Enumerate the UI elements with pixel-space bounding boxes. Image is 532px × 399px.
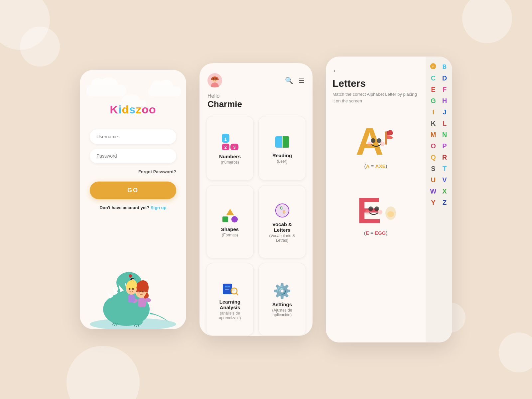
forgot-password-link[interactable]: Forgot Password?: [90, 169, 176, 174]
logo-s: s: [129, 103, 136, 116]
alpha-O[interactable]: O: [428, 141, 438, 151]
alpha-A[interactable]: 🅐: [428, 62, 438, 72]
alpha-row-cd: C D: [428, 73, 450, 83]
letter-e-card[interactable]: E (E = EGG): [332, 180, 419, 241]
alpha-Z[interactable]: Z: [440, 198, 450, 207]
letter-a-card[interactable]: A: [332, 109, 419, 174]
bg-decoration-5: [499, 332, 532, 372]
settings-card[interactable]: ⚙️ Settings (Ajustes de aplicación): [258, 263, 306, 336]
alpha-S[interactable]: S: [428, 164, 438, 174]
letters-title: Letters: [332, 78, 419, 89]
alpha-row-ij: I J: [428, 107, 450, 117]
alpha-B[interactable]: 𝗕: [440, 62, 450, 72]
shapes-title: Shapes: [221, 226, 239, 232]
alpha-F[interactable]: F: [440, 84, 450, 94]
letter-a-label: (A = AXE): [364, 163, 387, 169]
alpha-C[interactable]: C: [428, 73, 438, 83]
svg-point-35: [231, 216, 237, 222]
svg-point-55: [368, 206, 373, 211]
cloud-2: [148, 86, 181, 96]
letter-e-character: E: [354, 185, 397, 228]
alpha-L[interactable]: L: [440, 118, 450, 128]
alpha-row-gh: G H: [428, 96, 450, 106]
alpha-W[interactable]: W: [428, 186, 438, 196]
letters-main-content: ← Letters Match the correct Alphabet Let…: [326, 57, 426, 342]
alpha-row-op: O P: [428, 141, 450, 151]
alpha-N[interactable]: N: [440, 130, 450, 140]
alpha-V[interactable]: V: [440, 175, 450, 185]
reading-title: Reading: [272, 153, 292, 158]
svg-rect-34: [222, 216, 228, 222]
user-avatar[interactable]: [207, 73, 222, 88]
alpha-row-qr: Q R: [428, 152, 450, 162]
go-button[interactable]: GO: [90, 182, 176, 199]
svg-rect-53: [385, 131, 387, 145]
reading-card[interactable]: Reading (Leer): [258, 116, 306, 181]
signup-link[interactable]: Sign up: [151, 205, 167, 210]
logo-k: K: [110, 103, 118, 116]
svg-point-50: [377, 138, 381, 143]
svg-point-51: [367, 142, 372, 146]
alpha-H[interactable]: H: [440, 96, 450, 106]
analysis-card[interactable]: Learning Analysis (análisis de aprendiza…: [206, 263, 254, 336]
svg-point-57: [365, 210, 370, 214]
analysis-icon: [222, 281, 238, 296]
svg-point-47: [232, 289, 235, 292]
alpha-P[interactable]: P: [440, 141, 450, 151]
alpha-J[interactable]: J: [440, 107, 450, 117]
svg-point-15: [129, 274, 132, 278]
signup-text: Don't have account yet? Sign up: [99, 205, 166, 210]
logo-d: d: [122, 103, 129, 116]
alphabet-sidebar: 🅐 𝗕 C D E F G H I J: [426, 57, 452, 342]
password-input[interactable]: [90, 149, 176, 163]
alpha-K[interactable]: K: [428, 118, 438, 128]
search-icon[interactable]: 🔍: [285, 76, 293, 84]
svg-marker-33: [226, 209, 234, 215]
letter-a-character: A: [352, 115, 399, 161]
svg-text:B: B: [283, 210, 286, 214]
alpha-R[interactable]: R: [440, 152, 450, 162]
svg-point-23: [132, 288, 134, 290]
svg-line-46: [236, 293, 238, 295]
alpha-M[interactable]: M: [428, 130, 438, 140]
svg-point-6: [132, 279, 134, 280]
screens-container: Kidszoo Forgot Password? GO Don't have a…: [80, 57, 452, 342]
back-button[interactable]: ←: [332, 66, 419, 75]
alpha-D[interactable]: D: [440, 73, 450, 83]
username-input[interactable]: [90, 129, 176, 144]
svg-point-60: [387, 211, 394, 217]
svg-rect-43: [225, 288, 230, 288]
svg-rect-44: [225, 289, 229, 290]
settings-title: Settings: [272, 302, 292, 307]
svg-point-56: [374, 206, 379, 211]
numbers-subtitle: (números): [221, 160, 239, 165]
alpha-row-ef: E F: [428, 84, 450, 94]
alpha-E[interactable]: E: [428, 84, 438, 94]
menu-icon[interactable]: ☰: [299, 76, 305, 84]
alpha-I[interactable]: I: [428, 107, 438, 117]
logo-i: i: [118, 103, 122, 116]
shapes-subtitle: (Formas): [222, 233, 238, 237]
home-screen: 🔍 ☰ Hello Charmie 1 2 3 Numbers (números…: [200, 63, 313, 336]
greeting: Hello Charmie: [200, 93, 313, 116]
alpha-X[interactable]: X: [440, 186, 450, 196]
alpha-U[interactable]: U: [428, 175, 438, 185]
alpha-T[interactable]: T: [440, 164, 450, 174]
alpha-row-mn: M N: [428, 130, 450, 140]
logo-oo: oo: [142, 103, 156, 116]
alpha-Y[interactable]: Y: [428, 198, 438, 207]
svg-point-58: [378, 210, 382, 214]
numbers-card[interactable]: 1 2 3 Numbers (números): [206, 116, 254, 181]
shapes-card[interactable]: Shapes (Formas): [206, 185, 254, 259]
letters-description: Match the correct Alphabet Letter by pla…: [332, 91, 419, 104]
analysis-title: Learning Analysis: [212, 299, 248, 310]
alpha-G[interactable]: G: [428, 96, 438, 106]
login-screen: Kidszoo Forgot Password? GO Don't have a…: [80, 70, 186, 329]
alpha-row-kl: K L: [428, 118, 450, 128]
greeting-hello: Hello: [207, 93, 305, 99]
numbers-icon: 1 2 3: [222, 134, 238, 150]
svg-point-26: [137, 291, 140, 294]
alpha-Q[interactable]: Q: [428, 152, 438, 162]
dragon-illustration: [80, 236, 186, 329]
vocab-card[interactable]: C B Vocab & Letters (Vocabulario & Letra…: [258, 185, 306, 259]
